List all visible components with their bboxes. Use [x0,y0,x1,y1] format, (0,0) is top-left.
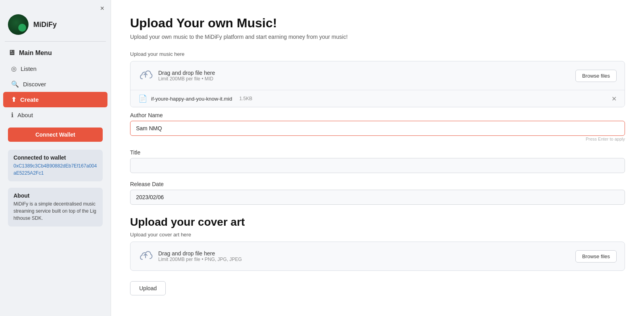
sidebar-divider [5,41,106,42]
sidebar-item-discover[interactable]: 🔍 Discover [3,76,107,92]
page-title: Upload Your own Music! [130,16,625,30]
music-drop-area[interactable]: Drag and drop file here Limit 200MB per … [130,61,625,90]
cloud-upload-icon [138,69,153,83]
cover-art-title: Upload your cover art [130,216,625,228]
release-date-label: Release Date [130,181,625,187]
cover-drop-left: Drag and drop file here Limit 200MB per … [138,249,242,263]
wallet-address: 0xC1389c3Cb4B90882dEb7Ef167a004aE5225A2F… [13,162,97,177]
page-subtitle: Upload your own music to the MiDiFy plat… [130,34,625,40]
release-date-group: Release Date [130,181,625,205]
remove-file-button[interactable]: ✕ [611,95,617,103]
app-name: MiDiFy [33,21,57,29]
author-name-group: Author Name Press Enter to apply [130,112,625,141]
sidebar-item-listen[interactable]: ◎ Listen [3,61,107,76]
cover-art-section-label: Upload your cover art here [130,232,625,238]
about-section-title: About [13,192,97,199]
sidebar: × MiDiFy 🖥 Main Menu ◎ Listen 🔍 Discover… [0,0,111,316]
discover-icon: 🔍 [11,80,19,88]
author-name-input[interactable] [130,121,625,136]
avatar [8,14,29,35]
wallet-info-box: Connected to wallet 0xC1389c3Cb4B90882dE… [8,150,103,181]
about-description: MiDiFy is a simple decentralised music s… [13,200,97,222]
cover-art-upload-zone: Drag and drop file here Limit 200MB per … [130,242,625,271]
cover-drop-sublabel: Limit 200MB per file • PNG, JPG, JPEG [158,257,242,262]
cover-drop-text: Drag and drop file here Limit 200MB per … [158,250,242,262]
drop-sublabel: Limit 200MB per file • MID [158,76,215,82]
browse-files-button[interactable]: Browse files [575,70,617,82]
release-date-input[interactable] [130,190,625,205]
wallet-section-title: Connected to wallet [13,154,97,161]
music-upload-zone: Drag and drop file here Limit 200MB per … [130,61,625,107]
upload-music-section-label: Upload your music here [130,51,625,57]
author-input-hint: Press Enter to apply [130,137,625,141]
cover-cloud-upload-icon [138,249,153,263]
author-name-label: Author Name [130,112,625,118]
title-label: Title [130,149,625,156]
sidebar-logo-area: MiDiFy [0,6,111,41]
title-group: Title [130,149,625,173]
main-menu-heading: 🖥 Main Menu [0,45,111,61]
file-icon: 📄 [138,94,147,103]
listen-icon: ◎ [11,65,17,72]
uploaded-file-row: 📄 if-youre-happy-and-you-know-it.mid 1.5… [130,90,625,107]
cover-browse-files-button[interactable]: Browse files [575,250,617,263]
drop-left: Drag and drop file here Limit 200MB per … [138,69,215,83]
sidebar-item-about[interactable]: ℹ About [3,107,107,123]
about-icon: ℹ [11,111,13,119]
drop-label: Drag and drop file here [158,70,215,76]
cover-drop-area[interactable]: Drag and drop file here Limit 200MB per … [130,242,625,270]
monitor-icon: 🖥 [8,49,15,57]
file-name: if-youre-happy-and-you-know-it.mid [151,96,232,102]
about-info-box: About MiDiFy is a simple decentralised m… [8,188,103,227]
main-content: Upload Your own Music! Upload your own m… [111,0,644,316]
title-input[interactable] [130,158,625,173]
sidebar-item-create[interactable]: ⬆ Create [3,92,107,107]
drop-text: Drag and drop file here Limit 200MB per … [158,70,215,82]
cover-drop-label: Drag and drop file here [158,250,242,257]
file-row-left: 📄 if-youre-happy-and-you-know-it.mid 1.5… [138,94,252,103]
file-size: 1.5KB [239,96,252,101]
upload-button[interactable]: Upload [130,281,166,295]
create-icon: ⬆ [11,96,16,103]
close-button[interactable]: × [100,5,104,12]
connect-wallet-button[interactable]: Connect Wallet [8,128,103,142]
